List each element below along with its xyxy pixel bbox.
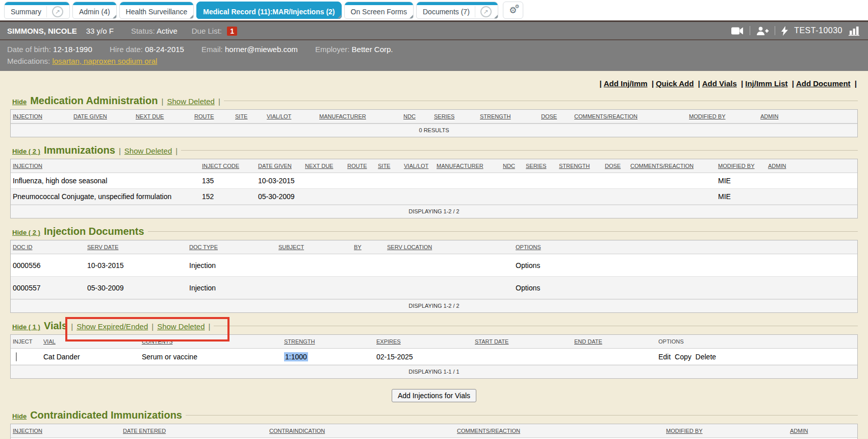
- col-vial-lot[interactable]: VIAL/LOT: [265, 110, 317, 123]
- col-serv-date[interactable]: SERV DATE: [85, 240, 187, 254]
- vials-show-deleted-link[interactable]: Show Deleted: [157, 322, 205, 331]
- vials-paging: DISPLAYING 1-1 / 1: [11, 365, 857, 378]
- col-by[interactable]: BY: [352, 240, 385, 254]
- add-injections-for-vials-button[interactable]: Add Injections for Vials: [392, 389, 476, 402]
- hide-vials-link[interactable]: Hide ( 1 ): [12, 323, 40, 331]
- col-modified-by[interactable]: MODIFIED BY: [687, 110, 758, 123]
- col-contraindication[interactable]: CONTRAINDICATION: [267, 424, 455, 437]
- col-ndc[interactable]: NDC: [501, 159, 524, 173]
- video-camera-icon[interactable]: [731, 27, 744, 35]
- col-admin[interactable]: ADMIN: [758, 110, 857, 123]
- col-subject[interactable]: SUBJECT: [276, 240, 352, 254]
- col-injection[interactable]: INJECTION: [11, 159, 200, 173]
- tab-documents-label: Documents (7): [423, 8, 470, 16]
- copy-link[interactable]: Copy: [675, 353, 692, 361]
- col-serv-location[interactable]: SERV LOCATION: [385, 240, 514, 254]
- col-strength[interactable]: STRENGTH: [478, 110, 539, 123]
- doc-id[interactable]: 0000557: [11, 280, 85, 296]
- col-doc-type[interactable]: DOC TYPE: [187, 240, 276, 254]
- tab-health-surveillance[interactable]: Health Surveillance: [119, 2, 194, 19]
- col-date-given[interactable]: DATE GIVEN: [71, 110, 134, 123]
- medications-list[interactable]: losartan, naproxen sodium oral: [52, 57, 157, 65]
- col-dose[interactable]: DOSE: [603, 159, 628, 173]
- bar-chart-icon[interactable]: [849, 26, 861, 36]
- hide-injection-documents-link[interactable]: Hide ( 2 ): [12, 229, 40, 236]
- inject-checkbox[interactable]: [16, 352, 17, 361]
- col-expires[interactable]: EXPIRES: [374, 335, 473, 348]
- col-site[interactable]: SITE: [233, 110, 265, 123]
- tab-divider: [475, 6, 475, 17]
- col-injection[interactable]: INJECTION: [11, 424, 121, 437]
- vials-header-row: INJECT VIAL CONTENTS STRENGTH EXPIRES ST…: [11, 335, 857, 349]
- col-contents[interactable]: CONTENTS: [140, 335, 282, 348]
- col-comments-reaction[interactable]: COMMENTS/REACTION: [455, 424, 664, 437]
- lightning-bolt-icon[interactable]: [781, 26, 788, 36]
- tab-summary-label: Summary: [11, 8, 41, 16]
- edit-link[interactable]: Edit: [658, 353, 671, 361]
- quick-add-link[interactable]: Quick Add: [656, 79, 694, 88]
- col-manufacturer[interactable]: MANUFACTURER: [435, 159, 501, 173]
- vial-name: Cat Dander: [41, 349, 140, 364]
- col-injection[interactable]: INJECTION: [11, 110, 71, 123]
- col-strength[interactable]: STRENGTH: [557, 159, 603, 173]
- contraindicated-table: INJECTION DATE ENTERED CONTRAINDICATION …: [10, 424, 858, 439]
- col-admin[interactable]: ADMIN: [788, 424, 857, 437]
- injection-documents-title: Injection Documents: [44, 226, 144, 237]
- col-date-entered[interactable]: DATE ENTERED: [121, 424, 267, 437]
- col-next-due[interactable]: NEXT DUE: [134, 110, 192, 123]
- col-site[interactable]: SITE: [376, 159, 402, 173]
- med-admin-show-deleted-link[interactable]: Show Deleted: [167, 97, 214, 106]
- tab-admin[interactable]: Admin (4): [72, 2, 117, 19]
- inj-imm-list-link[interactable]: Inj/Imm List: [745, 79, 787, 88]
- col-admin[interactable]: ADMIN: [766, 159, 857, 173]
- due-list-badge[interactable]: 1: [227, 27, 237, 36]
- col-vial[interactable]: VIAL: [41, 335, 140, 348]
- delete-link[interactable]: Delete: [696, 353, 716, 361]
- section-medication-administration: Hide Medication Administration | Show De…: [0, 95, 868, 137]
- tab-on-screen-forms[interactable]: On Screen Forms: [344, 2, 414, 19]
- tab-summary[interactable]: Summary ↗: [4, 2, 70, 19]
- show-expired-ended-link[interactable]: Show Expired/Ended: [76, 322, 148, 331]
- col-dose[interactable]: DOSE: [539, 110, 572, 123]
- date-given: 10-03-2015: [256, 173, 303, 188]
- add-inj-imm-link[interactable]: Add Inj/Imm: [604, 79, 648, 88]
- col-date-given[interactable]: DATE GIVEN: [256, 159, 303, 173]
- col-vial-lot[interactable]: VIAL/LOT: [402, 159, 435, 173]
- immunizations-table: INJECTION INJECT CODE DATE GIVEN NEXT DU…: [10, 159, 858, 218]
- col-modified-by[interactable]: MODIFIED BY: [716, 159, 766, 173]
- col-series[interactable]: SERIES: [432, 110, 478, 123]
- options-menu[interactable]: Options: [514, 280, 857, 296]
- doc-id[interactable]: 0000556: [11, 258, 85, 273]
- immunizations-show-deleted-link[interactable]: Show Deleted: [124, 147, 172, 155]
- col-inject-code[interactable]: INJECT CODE: [200, 159, 256, 173]
- serv-date: 05-30-2009: [85, 280, 187, 296]
- col-modified-by[interactable]: MODIFIED BY: [664, 424, 788, 437]
- col-ndc[interactable]: NDC: [401, 110, 432, 123]
- add-document-link[interactable]: Add Document: [796, 79, 851, 88]
- tab-medical-record[interactable]: Medical Record (11):MAR/Injections (2): [196, 2, 341, 19]
- document-row: 0000556 10-03-2015 Injection Options: [11, 254, 857, 277]
- settings-button[interactable]: ⚙ ⚙: [503, 2, 523, 19]
- col-series[interactable]: SERIES: [524, 159, 557, 173]
- hide-med-admin-link[interactable]: Hide: [12, 98, 27, 106]
- add-vials-link[interactable]: Add Vials: [702, 79, 737, 88]
- col-next-due[interactable]: NEXT DUE: [303, 159, 345, 173]
- hide-immunizations-link[interactable]: Hide ( 2 ): [12, 148, 40, 155]
- options-menu[interactable]: Options: [514, 258, 857, 273]
- col-comments-reaction[interactable]: COMMENTS/REACTION: [572, 110, 687, 123]
- tab-documents[interactable]: Documents (7) ↗: [416, 2, 498, 19]
- col-route[interactable]: ROUTE: [345, 159, 376, 173]
- add-user-icon[interactable]: [756, 27, 769, 35]
- col-comments-reaction[interactable]: COMMENTS/REACTION: [628, 159, 716, 173]
- hide-contraindicated-link[interactable]: Hide: [12, 412, 27, 420]
- col-start-date[interactable]: START DATE: [473, 335, 572, 348]
- external-link-icon[interactable]: ↗: [52, 6, 63, 17]
- col-strength[interactable]: STRENGTH: [282, 335, 374, 348]
- col-end-date[interactable]: END DATE: [572, 335, 656, 348]
- col-manufacturer[interactable]: MANUFACTURER: [317, 110, 401, 123]
- col-doc-id[interactable]: DOC ID: [11, 240, 85, 254]
- col-options[interactable]: OPTIONS: [514, 240, 857, 254]
- col-route[interactable]: ROUTE: [192, 110, 233, 123]
- external-link-icon[interactable]: ↗: [480, 6, 492, 17]
- inject-code: 152: [200, 189, 256, 204]
